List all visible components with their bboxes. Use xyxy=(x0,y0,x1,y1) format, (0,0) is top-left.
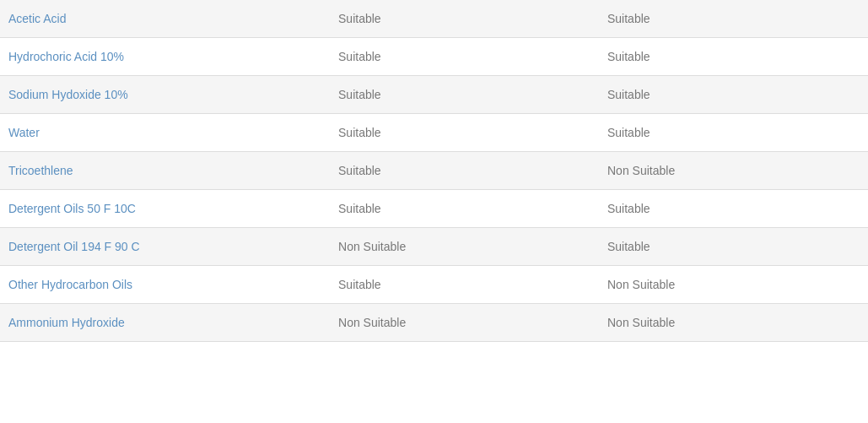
table-row: WaterSuitableSuitable xyxy=(0,114,868,152)
chemical-name: Detergent Oils 50 F 10C xyxy=(0,190,330,228)
suitability-col3: Non Suitable xyxy=(599,304,868,342)
suitability-col2: Non Suitable xyxy=(330,228,599,266)
suitability-col2: Non Suitable xyxy=(330,304,599,342)
suitability-col3: Suitable xyxy=(599,228,868,266)
table-row: TricoethleneSuitableNon Suitable xyxy=(0,152,868,190)
chemical-name: Water xyxy=(0,114,330,152)
table-row: Other Hydrocarbon OilsSuitableNon Suitab… xyxy=(0,266,868,304)
suitability-col3: Suitable xyxy=(599,0,868,38)
chemical-name: Tricoethlene xyxy=(0,152,330,190)
chemical-name: Acetic Acid xyxy=(0,0,330,38)
table-row: Ammonium HydroxideNon SuitableNon Suitab… xyxy=(0,304,868,342)
chemical-name: Sodium Hydoxide 10% xyxy=(0,76,330,114)
table-row: Detergent Oil 194 F 90 CNon SuitableSuit… xyxy=(0,228,868,266)
suitability-col3: Suitable xyxy=(599,190,868,228)
suitability-col2: Suitable xyxy=(330,114,599,152)
table-row: Sodium Hydoxide 10%SuitableSuitable xyxy=(0,76,868,114)
suitability-col3: Non Suitable xyxy=(599,152,868,190)
chemical-name: Ammonium Hydroxide xyxy=(0,304,330,342)
table-row: Acetic AcidSuitableSuitable xyxy=(0,0,868,38)
chemical-name: Other Hydrocarbon Oils xyxy=(0,266,330,304)
suitability-col2: Suitable xyxy=(330,76,599,114)
chemical-compatibility-table: Acetic AcidSuitableSuitableHydrochoric A… xyxy=(0,0,868,342)
table-row: Detergent Oils 50 F 10CSuitableSuitable xyxy=(0,190,868,228)
chemical-name: Hydrochoric Acid 10% xyxy=(0,38,330,76)
suitability-col3: Suitable xyxy=(599,38,868,76)
table-row: Hydrochoric Acid 10%SuitableSuitable xyxy=(0,38,868,76)
suitability-col2: Suitable xyxy=(330,152,599,190)
chemical-name: Detergent Oil 194 F 90 C xyxy=(0,228,330,266)
suitability-col2: Suitable xyxy=(330,266,599,304)
suitability-col2: Suitable xyxy=(330,38,599,76)
suitability-col3: Suitable xyxy=(599,114,868,152)
suitability-col3: Non Suitable xyxy=(599,266,868,304)
suitability-col3: Suitable xyxy=(599,76,868,114)
suitability-col2: Suitable xyxy=(330,190,599,228)
suitability-col2: Suitable xyxy=(330,0,599,38)
